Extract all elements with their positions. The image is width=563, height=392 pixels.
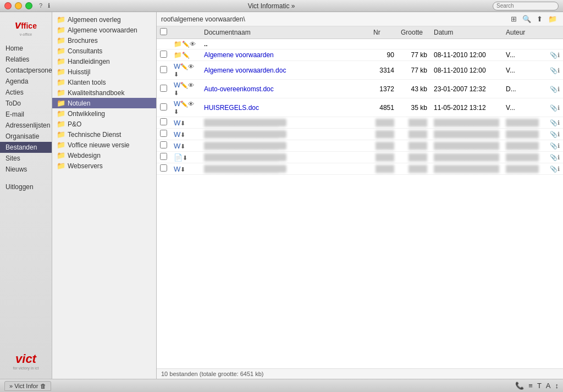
row-info-icon[interactable]: ℹ (558, 67, 560, 74)
header-check[interactable] (157, 26, 170, 39)
tree-item-webservers[interactable]: 📁Webservers (52, 161, 156, 171)
row-checkbox[interactable] (160, 164, 167, 172)
tree-item-label: Technische Dienst (68, 131, 121, 139)
sidebar-item-agenda[interactable]: Agenda (0, 76, 52, 87)
tree-item-voffice-nieuwe-versie[interactable]: 📁Voffice nieuwe versie (52, 140, 156, 150)
folder-icon: 📁 (57, 141, 65, 149)
download-icon[interactable]: ⬇ (180, 143, 185, 150)
folder-icon: 📁 (57, 151, 65, 159)
sidebar-item-home[interactable]: Home (0, 43, 52, 54)
view-icon[interactable]: 👁 (190, 41, 196, 47)
close-button[interactable] (4, 2, 12, 9)
edit-icon[interactable]: ✏️ (182, 41, 190, 47)
download-icon[interactable]: ⬇ (174, 90, 179, 96)
row-checkbox[interactable] (160, 153, 167, 160)
breadcrumb-bar: root\algemene voorwaarden\ ⊞ 🔍 ⬆ 📁 (157, 12, 563, 26)
sidebar-item-relaties[interactable]: Relaties (0, 54, 52, 65)
row-attach-icon[interactable]: 📎 (550, 142, 558, 149)
tree-item-consultants[interactable]: 📁Consultants (52, 46, 156, 56)
sidebar-item-sites[interactable]: Sites (0, 153, 52, 164)
row-info-icon[interactable]: ℹ (558, 119, 560, 126)
download-icon[interactable]: ⬇ (174, 108, 179, 115)
sidebar-item-bestanden[interactable]: Bestanden (0, 142, 52, 153)
file-name-link[interactable]: Auto-overeenkomst.doc (204, 85, 274, 93)
tree-item-notulen[interactable]: 📁Notulen (52, 98, 156, 108)
tree-item-klanten-tools[interactable]: 📁Klanten tools (52, 77, 156, 87)
row-info-icon[interactable]: ℹ (558, 52, 560, 58)
row-attach-icon[interactable]: 📎 (550, 67, 558, 74)
row-checkbox[interactable] (160, 118, 167, 125)
row-checkbox[interactable] (160, 66, 167, 73)
parent-dir-name[interactable]: .. (204, 40, 208, 48)
add-folder-button[interactable]: 📁 (547, 14, 559, 24)
sidebar-item-uitloggen[interactable]: Uitloggen (0, 181, 52, 192)
row-attach-icon[interactable]: 📎 (550, 154, 558, 161)
row-info-icon[interactable]: ℹ (558, 142, 560, 149)
bottom-tab[interactable]: » Vict Infor 🗑 (4, 381, 51, 391)
file-name-link[interactable]: Algemene voorwaarden.doc (204, 67, 286, 74)
row-attach-icon[interactable]: 📎 (550, 165, 558, 172)
row-checkbox[interactable] (160, 51, 167, 58)
sidebar-item-contactpersonen[interactable]: Contactpersonen (0, 65, 52, 76)
row-info-icon[interactable]: ℹ (558, 131, 560, 137)
tree-item-kwaliteitshandboek[interactable]: 📁Kwaliteitshandboek (52, 87, 156, 98)
sidebar-item-adressenlijsten[interactable]: Adressenlijsten (0, 120, 52, 131)
upload-button[interactable]: ⬆ (535, 14, 544, 24)
row-checkbox[interactable] (160, 85, 167, 92)
header-size[interactable]: Grootte (398, 26, 430, 39)
file-name-link[interactable]: HUISREGELS.doc (204, 104, 259, 112)
download-icon[interactable]: ⬇ (174, 71, 179, 78)
search-button[interactable]: 🔍 (521, 14, 533, 24)
row-checkbox[interactable] (160, 141, 167, 148)
search-input[interactable] (493, 2, 559, 10)
select-all-checkbox[interactable] (160, 28, 167, 35)
sidebar-item-organisatie[interactable]: Organisatie (0, 131, 52, 142)
row-info-icon[interactable]: ℹ (558, 165, 560, 172)
help-icon[interactable]: ? (39, 2, 42, 9)
edit-icon[interactable]: ✏️ (182, 52, 190, 58)
download-icon[interactable]: ⬇ (180, 131, 185, 138)
view-toggle-button[interactable]: ⊞ (509, 14, 518, 24)
row-attach-icon[interactable]: 📎 (550, 119, 558, 126)
header-nr[interactable]: Nr (370, 26, 398, 39)
sidebar-item-nieuws[interactable]: Nieuws (0, 164, 52, 175)
download-icon[interactable]: ⬇ (180, 120, 185, 126)
minimize-button[interactable] (15, 2, 22, 9)
tree-item-technische-dienst[interactable]: 📁Technische Dienst (52, 129, 156, 140)
tree-item-algemene-voorwaarden[interactable]: 📁Algemene voorwaarden (52, 25, 156, 35)
sidebar-item-todo[interactable]: ToDo (0, 98, 52, 109)
tree-item-ontwikkeling[interactable]: 📁Ontwikkeling (52, 108, 156, 119)
sidebar-item-email[interactable]: E-mail (0, 109, 52, 120)
download-icon[interactable]: ⬇ (183, 154, 187, 161)
file-name-link[interactable]: Algemene voorwaarden (204, 51, 274, 59)
info-icon[interactable]: ℹ (48, 2, 50, 9)
edit-icon[interactable]: ✏️ (180, 63, 188, 70)
edit-icon[interactable]: ✏️ (180, 82, 188, 89)
tree-item-p-o[interactable]: 📁P&O (52, 119, 156, 129)
tree-item-webdesign[interactable]: 📁Webdesign (52, 150, 156, 161)
tree-item-brochures[interactable]: 📁Brochures (52, 35, 156, 46)
tree-item-algemeen-overleg[interactable]: 📁Algemeen overleg (52, 14, 156, 25)
row-info-icon[interactable]: ℹ (558, 154, 560, 161)
tree-item-handleidingen[interactable]: 📁Handleidingen (52, 56, 156, 67)
header-date[interactable]: Datum (430, 26, 503, 39)
row-attach-icon[interactable]: 📎 (550, 104, 558, 111)
row-attach-icon[interactable]: 📎 (550, 52, 558, 58)
maximize-button[interactable] (25, 2, 32, 9)
header-author[interactable]: Auteur (503, 26, 547, 39)
tree-item-huisstijl[interactable]: 📁Huisstijl (52, 67, 156, 77)
row-attach-icon[interactable]: 📎 (550, 86, 558, 92)
row-checkbox[interactable] (160, 130, 167, 137)
sidebar-item-acties[interactable]: Acties (0, 87, 52, 98)
view-icon[interactable]: 👁 (188, 63, 194, 70)
row-checkbox[interactable] (160, 103, 167, 111)
header-name[interactable]: Documentnaam (201, 26, 370, 39)
tree-item-label: Algemeen overleg (68, 16, 121, 24)
row-info-icon[interactable]: ℹ (558, 86, 560, 92)
edit-icon[interactable]: ✏️ (180, 101, 188, 107)
row-info-icon[interactable]: ℹ (558, 104, 560, 111)
view-icon[interactable]: 👁 (188, 82, 194, 89)
view-icon[interactable]: 👁 (188, 101, 194, 107)
download-icon[interactable]: ⬇ (180, 166, 185, 173)
row-attach-icon[interactable]: 📎 (550, 131, 558, 137)
